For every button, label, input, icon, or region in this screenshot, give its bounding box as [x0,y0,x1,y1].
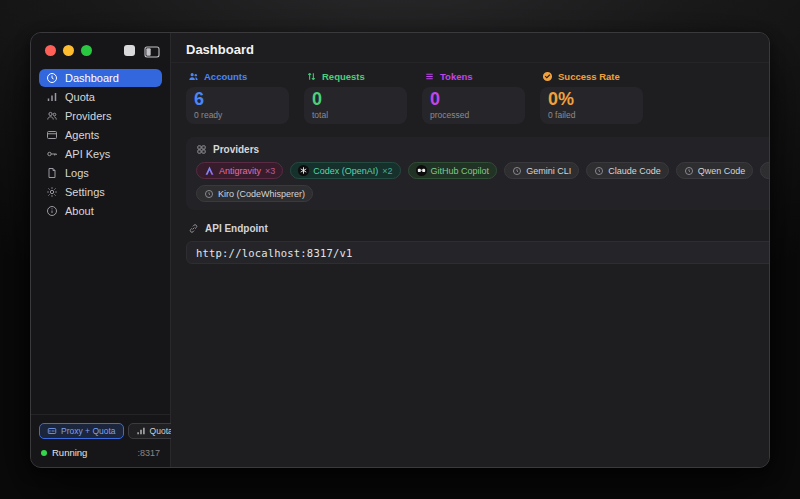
sidebar-item-settings[interactable]: Settings [39,183,162,201]
sidebar-item-label: About [65,205,94,217]
provider-chip-row-2: Kiro (CodeWhisperer) [196,185,770,202]
stat-value: 0 [312,90,399,109]
users-icon [188,71,199,82]
sidebar-item-api-keys[interactable]: API Keys [39,145,162,163]
stat-card: 0% 0 failed [540,87,643,124]
stat-requests: Requests 0 total [304,71,407,124]
provider-chip-label: GitHub Copilot [431,166,490,176]
provider-chip-qwen-code[interactable]: Qwen Code [676,162,754,179]
bar-chart-icon [46,91,58,103]
sidebar-item-label: Quota [65,91,95,103]
stat-label: Requests [322,71,365,82]
link-icon [188,223,199,234]
stat-label: Tokens [440,71,473,82]
users-icon [46,110,58,122]
clock-icon [204,189,214,199]
stat-caption: 0 failed [548,110,635,121]
clock-icon [768,166,770,176]
toggle-sidebar-icon[interactable] [144,44,160,56]
stat-caption: total [312,110,399,121]
zoom-window-button[interactable] [81,45,92,56]
sidebar-item-logs[interactable]: Logs [39,164,162,182]
content-topbar: Dashboard [171,33,770,63]
provider-chip-label: Antigravity [219,166,261,176]
api-endpoint-section: API Endpoint http://localhost:8317/v1 [186,223,770,264]
providers-title: Providers [213,144,259,155]
key-icon [46,148,58,160]
server-icon [47,426,57,436]
app-square-icon[interactable] [124,45,135,56]
stat-value: 6 [194,90,281,109]
gear-icon [46,186,58,198]
provider-chip-github-copilot[interactable]: GitHub Copilot [408,162,498,179]
api-endpoint-url: http://localhost:8317/v1 [196,247,353,259]
sidebar-footer: Proxy + Quota Quota Only Running :8317 [31,414,170,467]
github-copilot-logo-icon [416,165,427,176]
provider-chip-label: Kiro (CodeWhisperer) [218,189,305,199]
main-content: Dashboard Accounts 6 0 ready [171,33,770,467]
provider-chip-row-1: Antigravity ×3 Codex (OpenAI) ×2 GitHub … [196,162,770,179]
clock-icon [594,166,604,176]
clock-icon [46,72,58,84]
provider-chip-label: Gemini CLI [526,166,571,176]
sidebar-item-quota[interactable]: Quota [39,88,162,106]
stat-tokens: Tokens 0 processed [422,71,525,124]
sidebar-nav: Dashboard Quota Providers Agents API Key… [31,65,170,221]
minimize-window-button[interactable] [63,45,74,56]
provider-chip-kiro[interactable]: Kiro (CodeWhisperer) [196,185,313,202]
provider-chip-count: ×3 [265,166,275,176]
sidebar-item-agents[interactable]: Agents [39,126,162,144]
provider-chip-iflow[interactable]: iFlow [760,162,770,179]
server-port: :8317 [137,448,160,458]
provider-chip-label: Qwen Code [698,166,746,176]
provider-chip-label: Claude Code [608,166,661,176]
provider-chip-count: ×2 [382,166,392,176]
openai-logo-icon [298,165,309,176]
sidebar-item-label: Logs [65,167,89,179]
provider-chip-antigravity[interactable]: Antigravity ×3 [196,162,283,179]
window-icon [46,129,58,141]
token-lines-icon [424,71,435,82]
server-status: Running :8317 [39,447,162,458]
page-title: Dashboard [186,42,254,57]
provider-chip-codex-openai[interactable]: Codex (OpenAI) ×2 [290,162,400,179]
api-endpoint-field[interactable]: http://localhost:8317/v1 [186,241,770,264]
arrows-up-down-icon [306,71,317,82]
stat-caption: 0 ready [194,110,281,121]
stats-row: Accounts 6 0 ready Requests 0 total [186,71,770,124]
proxy-quota-mode-button[interactable]: Proxy + Quota [39,423,124,439]
sidebar-item-label: Providers [65,110,111,122]
info-icon [46,205,58,217]
sidebar-item-dashboard[interactable]: Dashboard [39,69,162,87]
stat-value: 0% [548,90,635,109]
clock-icon [684,166,694,176]
sidebar: Dashboard Quota Providers Agents API Key… [31,33,171,467]
stat-card: 6 0 ready [186,87,289,124]
sidebar-item-label: Dashboard [65,72,119,84]
app-window: Dashboard Quota Providers Agents API Key… [30,32,770,468]
stat-value: 0 [430,90,517,109]
providers-panel: Providers Antigravity ×3 Codex (OpenAI) … [186,137,770,210]
sidebar-item-about[interactable]: About [39,202,162,220]
sidebar-item-label: Settings [65,186,105,198]
api-endpoint-title: API Endpoint [205,223,268,234]
provider-chip-gemini-cli[interactable]: Gemini CLI [504,162,579,179]
stat-label: Success Rate [558,71,620,82]
sidebar-item-label: API Keys [65,148,110,160]
provider-chip-label: Codex (OpenAI) [313,166,378,176]
sidebar-item-providers[interactable]: Providers [39,107,162,125]
sidebar-item-label: Agents [65,129,99,141]
file-icon [46,167,58,179]
close-window-button[interactable] [45,45,56,56]
stat-card: 0 total [304,87,407,124]
running-status-label: Running [52,447,87,458]
clock-icon [512,166,522,176]
stat-success-rate: Success Rate 0% 0 failed [540,71,643,124]
window-titlebar [31,33,170,65]
check-circle-icon [542,71,553,82]
provider-chip-claude-code[interactable]: Claude Code [586,162,669,179]
stat-accounts: Accounts 6 0 ready [186,71,289,124]
stat-caption: processed [430,110,517,121]
stat-card: 0 processed [422,87,525,124]
running-status-dot [41,450,47,456]
